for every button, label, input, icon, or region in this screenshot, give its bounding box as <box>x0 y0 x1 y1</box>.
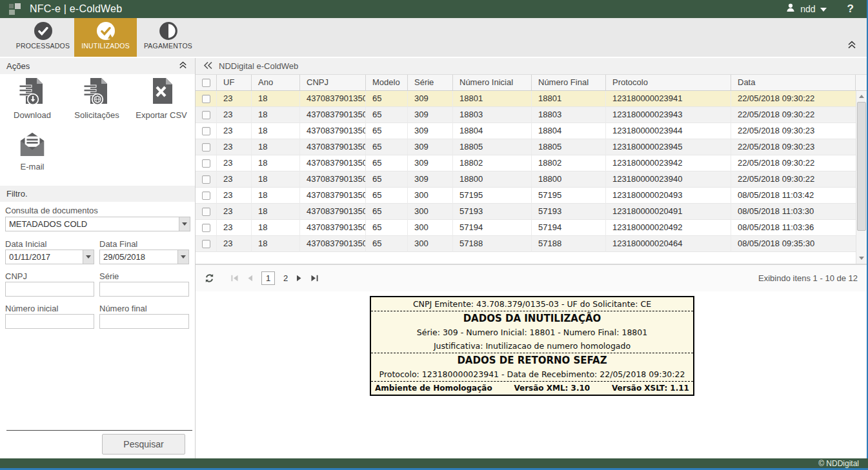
cell-cnpj: 43708379013503 <box>300 107 366 123</box>
half-circle-contrast-icon <box>159 22 177 40</box>
cell-modelo: 65 <box>366 91 408 107</box>
table-row[interactable]: 23 18 43708379013503 65 309 18800 18800 … <box>196 171 867 188</box>
cell-protocolo: 123180000023940 <box>606 171 731 188</box>
cell-ano: 18 <box>252 220 300 236</box>
row-checkbox[interactable] <box>202 159 210 168</box>
data-final-value[interactable] <box>100 250 188 264</box>
cell-numero-final: 57188 <box>532 236 606 252</box>
table-row[interactable]: 23 18 43708379013503 65 300 57195 57195 … <box>196 188 867 204</box>
tab-processados[interactable]: PROCESSADOS <box>12 18 74 57</box>
scroll-down-arrow-icon[interactable] <box>856 253 867 264</box>
row-checkbox[interactable] <box>202 143 210 152</box>
row-checkbox[interactable] <box>202 95 210 103</box>
doc-header-line: CNPJ Emitente: 43.708.379/0135-03 - UF d… <box>371 297 693 311</box>
table-row[interactable]: 23 18 43708379013503 65 300 57188 57188 … <box>196 236 867 252</box>
document-globe-icon <box>82 76 112 108</box>
cell-data: 22/05/2018 09:30:23 <box>731 139 867 155</box>
cell-uf: 23 <box>217 155 252 171</box>
tab-pagamentos[interactable]: PAGAMENTOS <box>137 18 199 57</box>
serie-input[interactable] <box>99 282 189 297</box>
username: ndd <box>800 4 815 14</box>
next-page-button[interactable] <box>296 273 302 284</box>
table-row[interactable]: 23 18 43708379013503 65 309 18803 18803 … <box>196 107 867 123</box>
cell-ano: 18 <box>252 91 300 107</box>
help-button[interactable]: ? <box>847 3 854 15</box>
cell-numero-inicial: 18803 <box>453 107 532 123</box>
row-checkbox[interactable] <box>202 191 210 200</box>
column-header-cnpj[interactable]: CNPJ <box>300 75 366 90</box>
row-checkbox[interactable] <box>202 224 210 232</box>
last-page-button[interactable] <box>310 273 318 284</box>
cell-numero-inicial: 18801 <box>453 91 532 107</box>
dropdown-arrow-icon[interactable] <box>83 250 94 264</box>
row-checkbox[interactable] <box>202 127 210 135</box>
column-header-ano[interactable]: Ano <box>252 75 300 90</box>
cnpj-input[interactable] <box>5 282 94 297</box>
tab-inutilizados[interactable]: INUTILIZADOS <box>74 18 137 57</box>
page-2-link[interactable]: 2 <box>283 273 288 283</box>
user-menu[interactable]: ndd <box>785 3 826 15</box>
cell-data: 08/05/2018 11:03:30 <box>731 204 867 220</box>
column-header-data[interactable]: Data <box>731 75 856 90</box>
action-label: Download <box>14 110 51 120</box>
cell-serie: 300 <box>408 204 453 220</box>
data-final-picker[interactable] <box>99 250 189 264</box>
cell-numero-final: 57193 <box>532 204 606 220</box>
dropdown-arrow-icon[interactable] <box>177 250 188 264</box>
row-checkbox[interactable] <box>202 175 210 184</box>
cell-uf: 23 <box>217 107 252 123</box>
row-checkbox[interactable] <box>202 240 210 248</box>
table-body: 23 18 43708379013503 65 309 18801 18801 … <box>196 91 867 252</box>
cell-ano: 18 <box>252 171 300 188</box>
numero-final-input[interactable] <box>99 314 189 329</box>
row-checkbox[interactable] <box>202 208 210 216</box>
refresh-button[interactable] <box>205 273 214 283</box>
row-checkbox[interactable] <box>202 111 210 119</box>
exportar-csv-button[interactable]: Exportar CSV <box>129 76 194 120</box>
current-page-input[interactable]: 1 <box>261 271 275 285</box>
scroll-up-arrow-icon[interactable] <box>856 91 867 102</box>
consulta-value[interactable] <box>6 217 190 231</box>
download-button[interactable]: Download <box>0 76 65 120</box>
table-row[interactable]: 23 18 43708379013503 65 309 18805 18805 … <box>196 139 867 155</box>
column-header-numero-inicial[interactable]: Número Inicial <box>453 75 532 90</box>
cell-numero-final: 18801 <box>532 91 606 107</box>
table-row[interactable]: 23 18 43708379013503 65 309 18801 18801 … <box>196 91 867 107</box>
dropdown-arrow-icon[interactable] <box>179 217 190 231</box>
vertical-scrollbar[interactable] <box>856 91 867 264</box>
table-row[interactable]: 23 18 43708379013503 65 300 57194 57194 … <box>196 220 867 236</box>
collapse-sidebar-icon[interactable] <box>203 61 213 72</box>
cell-protocolo: 123180000023945 <box>606 139 731 155</box>
table-row[interactable]: 23 18 43708379013503 65 309 18804 18804 … <box>196 123 867 139</box>
column-header-protocolo[interactable]: Protocolo <box>606 75 731 90</box>
first-page-button[interactable] <box>231 273 239 284</box>
data-inicial-value[interactable] <box>6 250 94 264</box>
table-row[interactable]: 23 18 43708379013503 65 309 18802 18802 … <box>196 155 867 171</box>
panel-collapse-button[interactable] <box>179 61 187 71</box>
check-circle-warning-icon <box>97 22 115 40</box>
column-header-serie[interactable]: Série <box>408 75 453 90</box>
data-inicial-picker[interactable] <box>5 250 94 264</box>
select-all-checkbox[interactable] <box>202 79 210 87</box>
consulta-label: Consulta de documentos <box>5 206 98 215</box>
toolbar-collapse-button[interactable] <box>847 40 856 52</box>
column-header-numero-final[interactable]: Número Final <box>532 75 606 90</box>
cell-ano: 18 <box>252 139 300 155</box>
column-header-uf[interactable]: UF <box>217 75 252 90</box>
scrollbar-thumb[interactable] <box>857 102 866 231</box>
doc-versao-xslt: Versão XSLT: 1.11 <box>612 384 689 393</box>
column-header-modelo[interactable]: Modelo <box>366 75 408 90</box>
cell-uf: 23 <box>217 236 252 252</box>
consulta-select[interactable] <box>5 217 190 231</box>
previous-page-button[interactable] <box>247 273 253 284</box>
cell-uf: 23 <box>217 139 252 155</box>
email-button[interactable]: E-mail <box>0 130 65 171</box>
tab-label: PAGAMENTOS <box>144 42 192 50</box>
pesquisar-button[interactable]: Pesquisar <box>102 434 185 455</box>
solicitacoes-button[interactable]: Solicitações <box>65 76 129 120</box>
nddigital-logo-icon <box>9 3 21 15</box>
document-x-icon <box>146 76 176 108</box>
cell-numero-inicial: 18804 <box>453 123 532 139</box>
table-row[interactable]: 23 18 43708379013503 65 300 57193 57193 … <box>196 204 867 220</box>
numero-inicial-input[interactable] <box>5 314 94 329</box>
